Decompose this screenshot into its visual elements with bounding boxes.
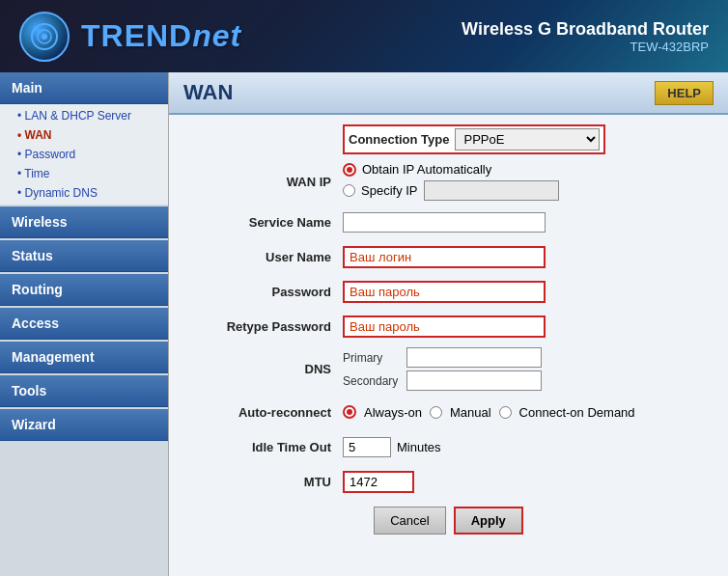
retype-password-row: Retype Password <box>188 313 709 340</box>
sidebar-btn-main[interactable]: Main <box>0 72 168 104</box>
user-name-row: User Name <box>188 243 709 270</box>
sidebar-section-status: Status <box>0 240 168 272</box>
connection-type-select[interactable]: PPPoE DHCP Static IP PPTP L2TP <box>455 128 600 151</box>
always-on-label: Always-on <box>364 405 422 420</box>
sidebar-section-management: Management <box>0 342 168 373</box>
mtu-label: MTU <box>188 475 343 489</box>
sidebar-btn-access[interactable]: Access <box>0 308 168 340</box>
sidebar-btn-tools[interactable]: Tools <box>0 375 168 407</box>
sidebar-section-wireless: Wireless <box>0 206 168 238</box>
button-row: Cancel Apply <box>188 507 709 544</box>
dns-primary-label: Primary <box>343 351 401 365</box>
always-on-radio[interactable] <box>343 405 356 419</box>
wan-ip-obtain-row: Obtain IP Automatically <box>343 162 709 177</box>
retype-password-input[interactable] <box>343 315 546 338</box>
manual-label: Manual <box>450 405 491 420</box>
form-area: Connection Type PPPoE DHCP Static IP PPT… <box>169 115 728 554</box>
dns-primary-row: Primary <box>343 347 709 368</box>
user-name-value <box>343 246 709 268</box>
service-name-row: Service Name <box>188 208 709 235</box>
connection-type-value: Connection Type PPPoE DHCP Static IP PPT… <box>343 124 709 154</box>
sidebar-btn-management[interactable]: Management <box>0 342 168 373</box>
dns-block: Primary Secondary <box>343 347 709 391</box>
dns-secondary-input[interactable] <box>406 370 542 391</box>
retype-password-label: Retype Password <box>188 319 343 334</box>
header: TRENDnet Wireless G Broadband Router TEW… <box>0 0 728 72</box>
sidebar-section-routing: Routing <box>0 274 168 306</box>
sidebar-btn-wireless[interactable]: Wireless <box>0 206 168 238</box>
main-layout: Main • LAN & DHCP Server • WAN • Passwor… <box>0 72 728 576</box>
connection-type-wrapper: Connection Type PPPoE DHCP Static IP PPT… <box>343 124 605 154</box>
specify-ip-label: Specify IP <box>361 183 418 198</box>
wan-ip-row: WAN IP Obtain IP Automatically Specify I… <box>188 162 709 201</box>
logo-text: TRENDnet <box>81 18 241 54</box>
mtu-value <box>343 471 709 493</box>
product-name: Wireless G Broadband Router <box>462 19 709 40</box>
sidebar-btn-wizard[interactable]: Wizard <box>0 409 168 441</box>
cancel-button[interactable]: Cancel <box>374 507 445 535</box>
help-button[interactable]: HELP <box>655 81 714 105</box>
sidebar-section-tools: Tools <box>0 375 168 407</box>
logo-area: TRENDnet <box>19 12 241 62</box>
sidebar-item-time[interactable]: • Time <box>0 164 168 183</box>
logo-icon <box>19 12 70 62</box>
sidebar-item-wan[interactable]: • WAN <box>0 125 168 145</box>
connection-type-row: Connection Type PPPoE DHCP Static IP PPT… <box>188 124 709 154</box>
mtu-row: MTU <box>188 468 709 495</box>
connect-on-demand-label: Connect-on Demand <box>519 405 635 420</box>
dns-value: Primary Secondary <box>343 347 709 391</box>
service-name-label: Service Name <box>188 215 343 230</box>
wan-ip-value: Obtain IP Automatically Specify IP <box>343 162 709 201</box>
password-value <box>343 281 709 303</box>
header-right: Wireless G Broadband Router TEW-432BRP <box>462 19 709 54</box>
retype-password-value <box>343 315 709 338</box>
password-input[interactable] <box>343 281 546 303</box>
password-label: Password <box>188 285 343 299</box>
content-header: WAN HELP <box>169 72 728 115</box>
wan-ip-label: WAN IP <box>188 175 343 189</box>
idle-time-out-row: Idle Time Out Minutes <box>188 433 709 460</box>
dns-primary-input[interactable] <box>406 347 542 368</box>
mtu-input[interactable] <box>345 473 412 491</box>
sidebar-item-password[interactable]: • Password <box>0 145 168 164</box>
sidebar-section-access: Access <box>0 308 168 340</box>
sidebar-btn-routing[interactable]: Routing <box>0 274 168 306</box>
wan-ip-block: Obtain IP Automatically Specify IP <box>343 162 709 201</box>
service-name-input[interactable] <box>343 212 546 233</box>
sidebar: Main • LAN & DHCP Server • WAN • Passwor… <box>0 72 169 576</box>
apply-button[interactable]: Apply <box>454 507 523 535</box>
specify-ip-radio[interactable] <box>343 184 355 197</box>
page-title: WAN <box>183 80 233 105</box>
auto-reconnect-label: Auto-reconnect <box>188 405 343 420</box>
content: WAN HELP Connection Type PPPoE DHCP Stat… <box>169 72 728 576</box>
dns-secondary-label: Secondary <box>343 374 401 388</box>
dns-row: DNS Primary Secondary <box>188 347 709 391</box>
sidebar-section-main: Main • LAN & DHCP Server • WAN • Passwor… <box>0 72 168 205</box>
idle-time-out-input[interactable] <box>343 437 391 457</box>
wan-ip-specify-row: Specify IP <box>343 180 709 201</box>
sidebar-item-lan[interactable]: • LAN & DHCP Server <box>0 106 168 125</box>
minutes-label: Minutes <box>397 440 441 454</box>
auto-reconnect-row: Auto-reconnect Always-on Manual Connect-… <box>188 398 709 425</box>
user-name-input[interactable] <box>343 246 546 268</box>
obtain-ip-radio[interactable] <box>343 163 356 177</box>
mtu-wrapper <box>343 471 414 493</box>
specify-ip-input[interactable] <box>424 180 559 201</box>
auto-reconnect-value: Always-on Manual Connect-on Demand <box>343 405 709 420</box>
service-name-value <box>343 212 709 233</box>
manual-radio[interactable] <box>430 406 442 419</box>
sidebar-btn-status[interactable]: Status <box>0 240 168 272</box>
dns-label: DNS <box>188 362 343 376</box>
obtain-ip-label: Obtain IP Automatically <box>362 162 491 177</box>
sidebar-section-wizard: Wizard <box>0 409 168 441</box>
connection-type-text-label: Connection Type <box>349 132 449 147</box>
user-name-label: User Name <box>188 250 343 264</box>
sidebar-sub-main: • LAN & DHCP Server • WAN • Password • T… <box>0 104 168 205</box>
idle-time-out-label: Idle Time Out <box>188 440 343 454</box>
password-row: Password <box>188 278 709 305</box>
dns-secondary-row: Secondary <box>343 370 709 391</box>
model-number: TEW-432BRP <box>462 40 709 54</box>
svg-point-2 <box>42 34 47 40</box>
connect-on-demand-radio[interactable] <box>499 406 512 419</box>
sidebar-item-dynamic-dns[interactable]: • Dynamic DNS <box>0 183 168 203</box>
